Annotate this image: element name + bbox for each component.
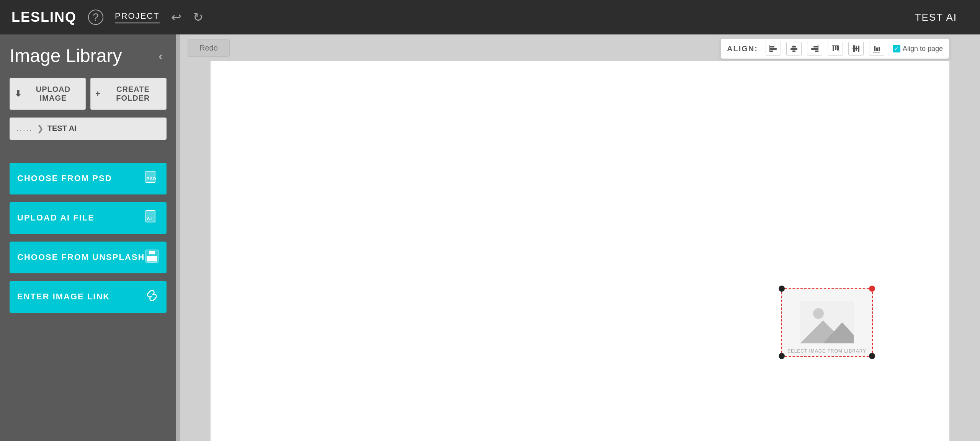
- redo-icon[interactable]: ↻: [193, 10, 203, 24]
- action-row: ⬇ UPLOAD IMAGE + CREATE FOLDER: [10, 78, 167, 110]
- sidebar: Image Library ‹ ⬇ UPLOAD IMAGE + CREATE …: [0, 34, 176, 441]
- redo-button[interactable]: Redo: [188, 39, 230, 57]
- enter-link-label: ENTER IMAGE LINK: [17, 292, 110, 302]
- svg-rect-21: [837, 46, 839, 51]
- svg-rect-15: [813, 46, 818, 47]
- logo: LESLINQ: [11, 9, 77, 25]
- canvas-area: Redo ALIGN:: [180, 34, 980, 441]
- align-to-page-button[interactable]: ✓ Align to page: [893, 45, 943, 53]
- undo-icon[interactable]: ↩: [171, 10, 181, 24]
- plus-icon: +: [95, 89, 101, 99]
- svg-text:PSD: PSD: [147, 177, 157, 181]
- upload-icon: ⬇: [15, 89, 22, 99]
- help-icon[interactable]: ?: [88, 10, 103, 25]
- svg-rect-6: [147, 256, 157, 261]
- align-middle-v-button[interactable]: [848, 42, 864, 56]
- svg-rect-7: [770, 46, 774, 47]
- sidebar-close-button[interactable]: ‹: [155, 47, 167, 65]
- choose-psd-label: CHOOSE FROM PSD: [17, 173, 112, 183]
- svg-rect-27: [874, 46, 875, 51]
- image-select-label: SELECT IMAGE FROM LIBRARY: [782, 348, 872, 354]
- svg-rect-28: [876, 47, 878, 51]
- align-top-button[interactable]: [828, 42, 843, 56]
- align-to-page-check: ✓: [893, 45, 900, 52]
- create-folder-button[interactable]: + CREATE FOLDER: [90, 78, 167, 110]
- sidebar-title: Image Library: [10, 46, 122, 66]
- align-toolbar: ALIGN:: [720, 38, 949, 59]
- svg-rect-17: [815, 51, 818, 52]
- align-bottom-button[interactable]: [869, 42, 884, 56]
- handle-bottom-left[interactable]: [779, 353, 785, 359]
- handle-top-left[interactable]: [779, 286, 785, 292]
- align-label: ALIGN:: [727, 44, 758, 53]
- choose-psd-button[interactable]: CHOOSE FROM PSD PSD: [10, 163, 167, 194]
- align-to-page-label: Align to page: [903, 45, 943, 53]
- svg-rect-16: [811, 48, 818, 50]
- breadcrumb-chevron-icon: ❯: [37, 124, 44, 134]
- handle-top-right[interactable]: [869, 286, 875, 292]
- upload-ai-label: UPLOAD AI FILE: [17, 213, 95, 223]
- upload-ai-button[interactable]: UPLOAD AI FILE AI: [10, 202, 167, 234]
- align-center-h-button[interactable]: [786, 42, 802, 56]
- unsplash-icon: [145, 249, 159, 266]
- selected-image-element[interactable]: SELECT IMAGE FROM LIBRARY: [781, 288, 873, 357]
- ai-icon: AI: [145, 210, 159, 226]
- sidebar-divider: [176, 34, 180, 441]
- align-left-button[interactable]: [766, 42, 781, 56]
- main-layout: Image Library ‹ ⬇ UPLOAD IMAGE + CREATE …: [0, 34, 980, 441]
- sidebar-header: Image Library ‹: [10, 46, 167, 66]
- image-placeholder: [800, 301, 854, 343]
- project-label[interactable]: PROJECT: [115, 11, 160, 23]
- svg-text:AI: AI: [147, 216, 152, 220]
- choose-unsplash-button[interactable]: CHOOSE FROM UNSPLASH: [10, 242, 167, 273]
- align-right-button[interactable]: [807, 42, 822, 56]
- enter-link-button[interactable]: ENTER IMAGE LINK: [10, 281, 167, 313]
- svg-rect-9: [770, 51, 773, 52]
- svg-rect-19: [833, 46, 834, 51]
- breadcrumb-folder-label: TEST AI: [47, 124, 77, 133]
- handle-bottom-right[interactable]: [869, 353, 875, 359]
- nav-title: TEST AI: [915, 11, 957, 23]
- svg-rect-29: [879, 47, 880, 51]
- breadcrumb-dots: .....: [16, 124, 33, 133]
- toolbar: Redo ALIGN:: [180, 34, 980, 61]
- psd-icon: PSD: [145, 170, 159, 187]
- upload-image-button[interactable]: ⬇ UPLOAD IMAGE: [10, 78, 86, 110]
- svg-point-32: [813, 308, 824, 319]
- topnav: LESLINQ ? PROJECT ↩ ↻ TEST AI: [0, 0, 980, 34]
- logo-text: LESLINQ: [11, 9, 77, 25]
- svg-rect-8: [770, 48, 777, 50]
- choose-unsplash-label: CHOOSE FROM UNSPLASH: [17, 252, 145, 262]
- breadcrumb[interactable]: ..... ❯ TEST AI: [10, 118, 167, 140]
- create-folder-label: CREATE FOLDER: [105, 85, 162, 103]
- svg-rect-20: [835, 46, 836, 50]
- upload-image-label: UPLOAD IMAGE: [26, 85, 81, 103]
- spacer: [10, 147, 167, 155]
- svg-rect-5: [149, 251, 155, 254]
- canvas-draw[interactable]: SELECT IMAGE FROM LIBRARY: [211, 61, 949, 441]
- link-icon: [145, 289, 159, 305]
